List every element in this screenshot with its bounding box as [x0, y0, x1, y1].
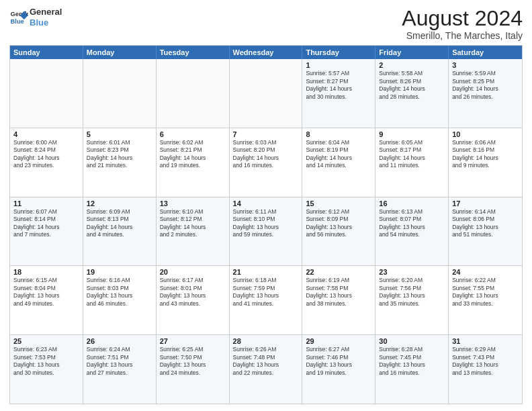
day-info: Sunrise: 6:17 AM Sunset: 8:01 PM Dayligh… — [160, 277, 226, 308]
day-info: Sunrise: 6:11 AM Sunset: 8:10 PM Dayligh… — [233, 208, 299, 239]
calendar-row-5: 25Sunrise: 6:23 AM Sunset: 7:53 PM Dayli… — [10, 334, 522, 404]
day-number: 10 — [452, 130, 519, 138]
day-number: 31 — [452, 337, 519, 345]
cal-cell-5: 5Sunrise: 6:01 AM Sunset: 8:23 PM Daylig… — [83, 128, 157, 197]
day-info: Sunrise: 6:01 AM Sunset: 8:23 PM Dayligh… — [87, 139, 152, 170]
header-day-thursday: Thursday — [302, 46, 375, 59]
day-info: Sunrise: 6:15 AM Sunset: 8:04 PM Dayligh… — [13, 277, 79, 308]
day-number: 16 — [379, 199, 445, 208]
cal-cell-29: 29Sunrise: 6:27 AM Sunset: 7:46 PM Dayli… — [302, 335, 375, 404]
header-day-saturday: Saturday — [449, 46, 522, 59]
day-number: 15 — [306, 199, 371, 208]
day-info: Sunrise: 6:12 AM Sunset: 8:09 PM Dayligh… — [306, 208, 371, 239]
day-number: 29 — [306, 337, 371, 345]
day-number: 27 — [160, 337, 226, 345]
day-info: Sunrise: 6:22 AM Sunset: 7:55 PM Dayligh… — [452, 277, 519, 308]
day-info: Sunrise: 6:29 AM Sunset: 7:43 PM Dayligh… — [452, 346, 519, 377]
cal-cell-8: 8Sunrise: 6:04 AM Sunset: 8:19 PM Daylig… — [302, 128, 375, 197]
day-number: 24 — [452, 268, 519, 276]
cal-cell-19: 19Sunrise: 6:16 AM Sunset: 8:03 PM Dayli… — [83, 266, 157, 334]
svg-text:Blue: Blue — [11, 17, 24, 24]
general-blue-logo-icon: General Blue — [9, 8, 28, 27]
day-info: Sunrise: 6:06 AM Sunset: 8:16 PM Dayligh… — [452, 139, 519, 170]
header-day-tuesday: Tuesday — [157, 46, 230, 59]
day-info: Sunrise: 6:28 AM Sunset: 7:45 PM Dayligh… — [379, 346, 445, 377]
day-info: Sunrise: 6:27 AM Sunset: 7:46 PM Dayligh… — [306, 346, 371, 377]
calendar-title: August 2024 — [402, 7, 523, 30]
day-number: 7 — [233, 130, 299, 138]
day-info: Sunrise: 6:10 AM Sunset: 8:12 PM Dayligh… — [160, 208, 226, 239]
day-info: Sunrise: 6:05 AM Sunset: 8:17 PM Dayligh… — [379, 139, 445, 170]
day-info: Sunrise: 6:14 AM Sunset: 8:06 PM Dayligh… — [452, 208, 519, 239]
day-info: Sunrise: 5:57 AM Sunset: 8:27 PM Dayligh… — [306, 70, 371, 101]
day-number: 14 — [233, 199, 299, 208]
header: General Blue General Blue August 2024 Sm… — [9, 7, 523, 41]
day-number: 8 — [306, 130, 371, 138]
day-number: 26 — [87, 337, 152, 345]
calendar: SundayMondayTuesdayWednesdayThursdayFrid… — [9, 45, 523, 404]
calendar-row-4: 18Sunrise: 6:15 AM Sunset: 8:04 PM Dayli… — [10, 265, 522, 334]
day-number: 1 — [306, 61, 371, 69]
day-number: 4 — [13, 130, 79, 138]
day-number: 9 — [379, 130, 445, 138]
calendar-body: 1Sunrise: 5:57 AM Sunset: 8:27 PM Daylig… — [10, 59, 522, 404]
cal-cell-15: 15Sunrise: 6:12 AM Sunset: 8:09 PM Dayli… — [302, 197, 375, 266]
cal-cell-10: 10Sunrise: 6:06 AM Sunset: 8:16 PM Dayli… — [449, 128, 522, 197]
day-number: 28 — [233, 337, 299, 345]
cal-cell-1: 1Sunrise: 5:57 AM Sunset: 8:27 PM Daylig… — [302, 59, 375, 128]
cal-cell-empty-0-0 — [10, 59, 83, 128]
day-number: 3 — [452, 61, 519, 69]
cal-cell-2: 2Sunrise: 5:58 AM Sunset: 8:26 PM Daylig… — [375, 59, 449, 128]
cal-cell-17: 17Sunrise: 6:14 AM Sunset: 8:06 PM Dayli… — [449, 197, 522, 266]
day-info: Sunrise: 6:04 AM Sunset: 8:19 PM Dayligh… — [306, 139, 371, 170]
cal-cell-16: 16Sunrise: 6:13 AM Sunset: 8:07 PM Dayli… — [375, 197, 449, 266]
cal-cell-3: 3Sunrise: 5:59 AM Sunset: 8:25 PM Daylig… — [449, 59, 522, 128]
cal-cell-14: 14Sunrise: 6:11 AM Sunset: 8:10 PM Dayli… — [230, 197, 303, 266]
day-info: Sunrise: 6:25 AM Sunset: 7:50 PM Dayligh… — [160, 346, 226, 377]
day-number: 6 — [160, 130, 226, 138]
day-info: Sunrise: 6:24 AM Sunset: 7:51 PM Dayligh… — [87, 346, 152, 377]
day-number: 25 — [13, 337, 79, 345]
day-number: 2 — [379, 61, 445, 69]
header-day-wednesday: Wednesday — [230, 46, 303, 59]
cal-cell-18: 18Sunrise: 6:15 AM Sunset: 8:04 PM Dayli… — [10, 266, 83, 334]
cal-cell-23: 23Sunrise: 6:20 AM Sunset: 7:56 PM Dayli… — [375, 266, 449, 334]
cal-cell-13: 13Sunrise: 6:10 AM Sunset: 8:12 PM Dayli… — [157, 197, 230, 266]
day-number: 17 — [452, 199, 519, 208]
cal-cell-7: 7Sunrise: 6:03 AM Sunset: 8:20 PM Daylig… — [230, 128, 303, 197]
cal-cell-11: 11Sunrise: 6:07 AM Sunset: 8:14 PM Dayli… — [10, 197, 83, 266]
day-info: Sunrise: 6:03 AM Sunset: 8:20 PM Dayligh… — [233, 139, 299, 170]
logo-text-blue: Blue — [30, 17, 62, 28]
cal-cell-31: 31Sunrise: 6:29 AM Sunset: 7:43 PM Dayli… — [449, 335, 522, 404]
cal-cell-20: 20Sunrise: 6:17 AM Sunset: 8:01 PM Dayli… — [157, 266, 230, 334]
cal-cell-30: 30Sunrise: 6:28 AM Sunset: 7:45 PM Dayli… — [375, 335, 449, 404]
logo-text-general: General — [30, 7, 62, 17]
cal-cell-26: 26Sunrise: 6:24 AM Sunset: 7:51 PM Dayli… — [83, 335, 157, 404]
day-info: Sunrise: 6:13 AM Sunset: 8:07 PM Dayligh… — [379, 208, 445, 239]
cal-cell-empty-0-1 — [83, 59, 157, 128]
cal-cell-9: 9Sunrise: 6:05 AM Sunset: 8:17 PM Daylig… — [375, 128, 449, 197]
cal-cell-22: 22Sunrise: 6:19 AM Sunset: 7:58 PM Dayli… — [302, 266, 375, 334]
cal-cell-24: 24Sunrise: 6:22 AM Sunset: 7:55 PM Dayli… — [449, 266, 522, 334]
day-number: 21 — [233, 268, 299, 276]
day-number: 23 — [379, 268, 445, 276]
day-info: Sunrise: 6:20 AM Sunset: 7:56 PM Dayligh… — [379, 277, 445, 308]
day-info: Sunrise: 6:19 AM Sunset: 7:58 PM Dayligh… — [306, 277, 371, 308]
day-number: 19 — [87, 268, 152, 276]
cal-cell-4: 4Sunrise: 6:00 AM Sunset: 8:24 PM Daylig… — [10, 128, 83, 197]
cal-cell-25: 25Sunrise: 6:23 AM Sunset: 7:53 PM Dayli… — [10, 335, 83, 404]
day-number: 22 — [306, 268, 371, 276]
cal-cell-empty-0-2 — [157, 59, 230, 128]
day-info: Sunrise: 6:26 AM Sunset: 7:48 PM Dayligh… — [233, 346, 299, 377]
day-number: 13 — [160, 199, 226, 208]
day-info: Sunrise: 6:18 AM Sunset: 7:59 PM Dayligh… — [233, 277, 299, 308]
cal-cell-21: 21Sunrise: 6:18 AM Sunset: 7:59 PM Dayli… — [230, 266, 303, 334]
day-info: Sunrise: 6:16 AM Sunset: 8:03 PM Dayligh… — [87, 277, 152, 308]
header-day-friday: Friday — [375, 46, 449, 59]
calendar-row-3: 11Sunrise: 6:07 AM Sunset: 8:14 PM Dayli… — [10, 197, 522, 266]
header-day-monday: Monday — [83, 46, 157, 59]
day-info: Sunrise: 5:59 AM Sunset: 8:25 PM Dayligh… — [452, 70, 519, 101]
day-info: Sunrise: 6:23 AM Sunset: 7:53 PM Dayligh… — [13, 346, 79, 377]
day-info: Sunrise: 5:58 AM Sunset: 8:26 PM Dayligh… — [379, 70, 445, 101]
cal-cell-27: 27Sunrise: 6:25 AM Sunset: 7:50 PM Dayli… — [157, 335, 230, 404]
